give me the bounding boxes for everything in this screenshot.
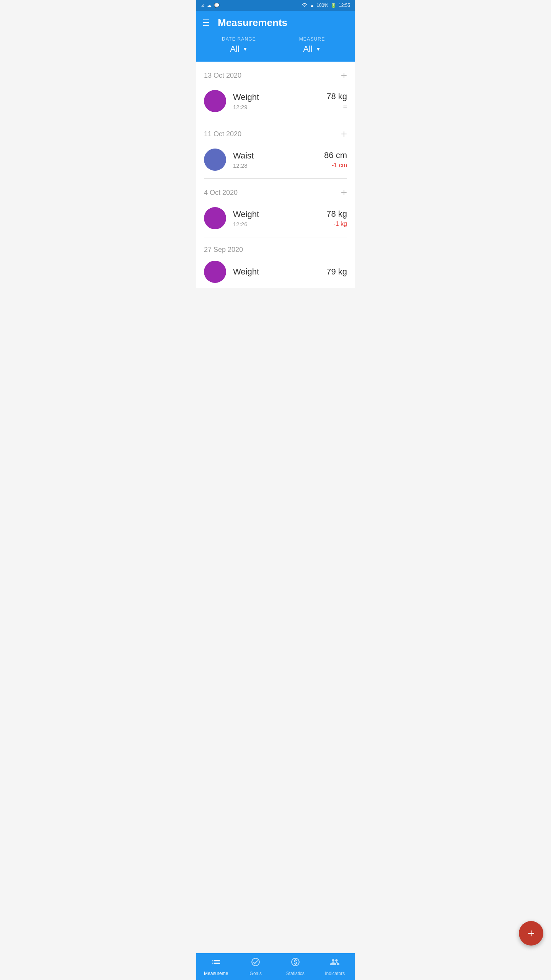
weight-name-2: Weight	[233, 209, 320, 219]
clock: 12:55	[339, 3, 350, 8]
weather-icon: ☁	[207, 3, 212, 8]
weight-main-val-2: 78 kg	[326, 209, 347, 219]
content: 13 Oct 2020 + Weight 12:29 78 kg = 11 Oc…	[196, 62, 355, 288]
add-measurement-btn-2[interactable]: +	[341, 129, 347, 139]
page-title: Measurements	[218, 17, 287, 29]
measurement-weight-2[interactable]: Weight 12:26 78 kg -1 kg	[196, 202, 355, 237]
measure-arrow: ▼	[316, 46, 321, 52]
date-label-2: 11 Oct 2020	[204, 130, 241, 138]
wifi-icon	[302, 2, 307, 9]
date-group-2: 11 Oct 2020 + Waist 12:28 86 cm -1 cm	[196, 120, 355, 178]
date-range-filter[interactable]: DATE RANGE All ▼	[202, 36, 276, 54]
weight-info-2: Weight 12:26	[233, 209, 320, 227]
status-bar-right: ▲ 100% 🔋 12:55	[302, 2, 350, 9]
weight-circle-1	[204, 90, 226, 112]
measure-label: MEASURE	[299, 36, 325, 42]
battery-icon: 🔋	[331, 3, 336, 8]
weight-name-1: Weight	[233, 92, 320, 102]
measurement-waist-1[interactable]: Waist 12:28 86 cm -1 cm	[196, 143, 355, 178]
weight-values-1: 78 kg =	[326, 91, 347, 111]
measurement-weight-1[interactable]: Weight 12:29 78 kg =	[196, 85, 355, 120]
date-group-1: 13 Oct 2020 + Weight 12:29 78 kg =	[196, 62, 355, 120]
weight-diff-1: =	[326, 103, 347, 111]
weight-name-3: Weight	[233, 267, 320, 277]
date-label-4: 27 Sep 2020	[204, 246, 243, 254]
date-group-3: 4 Oct 2020 + Weight 12:26 78 kg -1 kg	[196, 179, 355, 237]
weight-info-3: Weight	[233, 267, 320, 277]
date-range-arrow: ▼	[243, 46, 248, 52]
add-measurement-btn-1[interactable]: +	[341, 70, 347, 81]
date-group-4: 27 Sep 2020 Weight 79 kg	[196, 237, 355, 288]
date-label-3: 4 Oct 2020	[204, 189, 238, 197]
header: ☰ Measurements DATE RANGE All ▼ MEASURE …	[196, 11, 355, 62]
date-label-1: 13 Oct 2020	[204, 72, 241, 80]
status-bar: ⊿ ☁ 💬 ▲ 100% 🔋 12:55	[196, 0, 355, 11]
waist-diff-1: -1 cm	[324, 162, 347, 169]
weight-time-1: 12:29	[233, 104, 320, 110]
waist-circle-1	[204, 149, 226, 171]
date-range-label: DATE RANGE	[222, 36, 256, 42]
battery-percent: 100%	[316, 3, 328, 8]
signal-icon: ⊿	[201, 3, 205, 8]
measure-value: All	[303, 44, 312, 54]
filter-row: DATE RANGE All ▼ MEASURE All ▼	[202, 33, 349, 62]
signal-strength-icon: ▲	[310, 3, 314, 8]
weight-circle-2	[204, 207, 226, 229]
weight-diff-2: -1 kg	[326, 220, 347, 227]
waist-name-1: Waist	[233, 151, 317, 161]
add-measurement-btn-3[interactable]: +	[341, 187, 347, 198]
weight-time-2: 12:26	[233, 221, 320, 227]
waist-values-1: 86 cm -1 cm	[324, 150, 347, 169]
weight-main-val-3: 79 kg	[326, 267, 347, 277]
weight-values-2: 78 kg -1 kg	[326, 209, 347, 227]
status-bar-left: ⊿ ☁ 💬	[201, 3, 220, 8]
waist-main-val-1: 86 cm	[324, 150, 347, 160]
menu-icon[interactable]: ☰	[202, 18, 210, 28]
waist-time-1: 12:28	[233, 162, 317, 169]
weight-circle-3	[204, 261, 226, 283]
measure-filter[interactable]: MEASURE All ▼	[276, 36, 349, 54]
weight-info-1: Weight 12:29	[233, 92, 320, 110]
date-range-value: All	[230, 44, 239, 54]
measurement-weight-3[interactable]: Weight 79 kg	[196, 258, 355, 288]
message-icon: 💬	[214, 3, 220, 8]
weight-values-3: 79 kg	[326, 267, 347, 277]
weight-main-val-1: 78 kg	[326, 91, 347, 101]
waist-info-1: Waist 12:28	[233, 151, 317, 169]
